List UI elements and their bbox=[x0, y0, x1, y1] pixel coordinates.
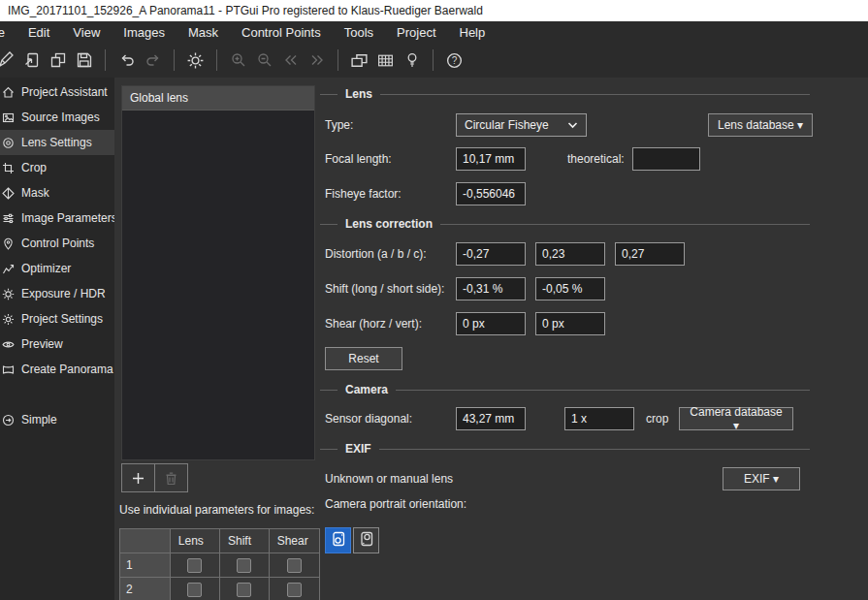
sidebar-item-project-settings[interactable]: Project Settings bbox=[0, 306, 114, 332]
sidebar-item-exposure-hdr[interactable]: Exposure / HDR bbox=[0, 281, 114, 306]
svg-text:?: ? bbox=[452, 55, 458, 66]
checkbox-lens-row2[interactable] bbox=[187, 583, 202, 597]
toolbar: ? bbox=[0, 43, 868, 78]
exposure-sun-icon bbox=[2, 288, 16, 300]
sidebar-item-source-images[interactable]: Source Images bbox=[0, 105, 114, 130]
sidebar-item-image-parameters[interactable]: Image Parameters bbox=[0, 205, 114, 231]
sidebar-item-optimizer[interactable]: Optimizer bbox=[0, 256, 114, 281]
individual-params-table: Lens Shift Shear 1 2 bbox=[119, 528, 320, 600]
optimizer-icon bbox=[2, 263, 16, 275]
checkbox-shift-row1[interactable] bbox=[237, 558, 251, 573]
camera-rotated-left-icon bbox=[330, 530, 347, 551]
menu-control-points[interactable]: Control Points bbox=[230, 21, 333, 43]
checkbox-shift-row2[interactable] bbox=[237, 583, 251, 597]
panorama-editor-icon[interactable] bbox=[346, 47, 372, 74]
row-header-1: 1 bbox=[120, 553, 171, 578]
reset-button[interactable]: Reset bbox=[325, 347, 402, 370]
checkbox-lens-row1[interactable] bbox=[187, 558, 202, 573]
window-titlebar: IMG_20171101_152926_A Panorama11 - PTGui… bbox=[0, 0, 868, 21]
distortion-label: Distortion (a / b / c): bbox=[325, 242, 427, 266]
distortion-c-input[interactable] bbox=[615, 242, 685, 266]
menu-tools[interactable]: Tools bbox=[333, 21, 385, 43]
checkbox-shear-row2[interactable] bbox=[287, 583, 302, 597]
focal-length-input[interactable] bbox=[456, 147, 526, 171]
sensor-diagonal-input[interactable] bbox=[456, 407, 526, 430]
sidebar-item-create-panorama[interactable]: Create Panorama bbox=[0, 357, 114, 382]
checkbox-shear-row1[interactable] bbox=[287, 558, 302, 573]
open-project-icon[interactable] bbox=[18, 47, 45, 74]
undo-icon[interactable] bbox=[113, 47, 140, 74]
shift-short-input[interactable] bbox=[535, 277, 605, 300]
distortion-a-input[interactable] bbox=[456, 242, 526, 266]
lens-type-dropdown[interactable]: Circular Fisheye bbox=[456, 113, 587, 137]
next-image-icon[interactable] bbox=[304, 47, 330, 74]
delete-lens-button[interactable] bbox=[154, 463, 188, 492]
panorama-icon bbox=[2, 363, 16, 376]
menu-help[interactable]: Help bbox=[448, 21, 498, 43]
shear-horz-input[interactable] bbox=[456, 312, 526, 335]
ptgui-window: IMG_20171101_152926_A Panorama11 - PTGui… bbox=[0, 0, 868, 600]
table-row: 2 bbox=[120, 578, 320, 600]
lens-list-item-global[interactable]: Global lens bbox=[122, 86, 314, 111]
menu-mask[interactable]: Mask bbox=[177, 21, 230, 43]
column-header-shear: Shear bbox=[269, 529, 319, 553]
menu-project[interactable]: Project bbox=[385, 21, 447, 43]
zoom-out-icon[interactable] bbox=[251, 47, 277, 74]
toolbar-separator bbox=[433, 49, 434, 71]
fisheye-factor-input[interactable] bbox=[456, 182, 526, 205]
zoom-in-icon[interactable] bbox=[225, 47, 251, 74]
type-label: Type: bbox=[325, 113, 353, 137]
sliders-icon bbox=[2, 212, 16, 225]
portrait-left-toggle[interactable] bbox=[325, 527, 351, 553]
camera-group-header: Camera bbox=[320, 383, 810, 396]
sidebar-item-project-assistant[interactable]: Project Assistant bbox=[0, 79, 114, 105]
sidebar-item-simple[interactable]: Simple bbox=[0, 407, 114, 432]
distortion-b-input[interactable] bbox=[535, 242, 605, 266]
lens-icon bbox=[2, 137, 16, 149]
duplicate-project-icon[interactable] bbox=[45, 47, 71, 74]
sidebar-item-crop[interactable]: Crop bbox=[0, 155, 114, 180]
camera-database-button[interactable]: Camera database ▾ bbox=[679, 407, 793, 430]
shear-vert-input[interactable] bbox=[535, 312, 605, 335]
toolbar-separator bbox=[105, 49, 106, 71]
sidebar-item-lens-settings[interactable]: Lens Settings bbox=[0, 130, 114, 155]
column-header-shift: Shift bbox=[219, 529, 269, 553]
table-row: 1 bbox=[120, 553, 320, 578]
add-lens-button[interactable] bbox=[121, 463, 155, 492]
eye-icon bbox=[2, 338, 16, 351]
menu-edit[interactable]: Edit bbox=[16, 21, 61, 43]
shift-label: Shift (long / short side): bbox=[325, 277, 444, 300]
help-icon[interactable]: ? bbox=[441, 47, 467, 74]
ideas-bulb-icon[interactable] bbox=[399, 47, 425, 74]
exif-lens-status: Unknown or manual lens bbox=[325, 467, 453, 490]
exif-button[interactable]: EXIF ▾ bbox=[723, 467, 800, 490]
sidebar-item-preview[interactable]: Preview bbox=[0, 332, 114, 357]
lens-listbox[interactable]: Global lens bbox=[121, 85, 315, 460]
lens-settings-panel: Lens Type: Circular Fisheye Lens databas… bbox=[320, 78, 868, 600]
lens-database-button[interactable]: Lens database ▾ bbox=[708, 113, 813, 137]
menu-file[interactable]: File bbox=[0, 21, 16, 43]
menu-images[interactable]: Images bbox=[112, 21, 177, 43]
settings-gear-icon[interactable] bbox=[182, 47, 209, 74]
portrait-orientation-toggles bbox=[325, 527, 379, 553]
detail-viewer-icon[interactable] bbox=[372, 47, 399, 74]
theoretical-input[interactable] bbox=[632, 147, 700, 171]
new-project-icon[interactable] bbox=[0, 47, 18, 74]
toolbar-separator bbox=[338, 49, 338, 71]
portrait-right-toggle[interactable] bbox=[353, 527, 379, 553]
shift-long-input[interactable] bbox=[456, 277, 526, 300]
shear-label: Shear (horz / vert): bbox=[325, 312, 422, 335]
redo-icon[interactable] bbox=[140, 47, 166, 74]
window-title: IMG_20171101_152926_A Panorama11 - PTGui… bbox=[8, 4, 483, 17]
sidebar-item-control-points[interactable]: Control Points bbox=[0, 231, 114, 256]
gear-icon bbox=[2, 313, 16, 326]
camera-group-title: Camera bbox=[338, 383, 396, 396]
menu-view[interactable]: View bbox=[61, 21, 112, 43]
crop-factor-input[interactable] bbox=[564, 407, 634, 430]
image-icon bbox=[2, 111, 16, 124]
save-project-icon[interactable] bbox=[71, 47, 97, 74]
sidebar-item-mask[interactable]: Mask bbox=[0, 180, 114, 205]
mask-icon bbox=[2, 187, 16, 200]
lens-correction-group-header: Lens correction bbox=[320, 217, 810, 231]
previous-image-icon[interactable] bbox=[277, 47, 304, 74]
